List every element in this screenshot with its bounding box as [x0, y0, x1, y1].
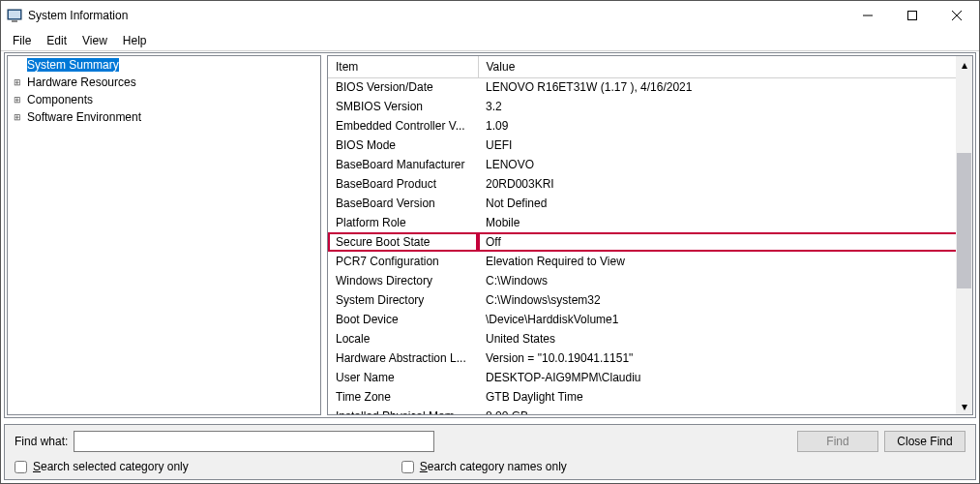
cell-value: \Device\HarddiskVolume1 — [478, 310, 972, 329]
menu-file[interactable]: File — [5, 32, 39, 49]
vertical-scrollbar[interactable]: ▴ ▾ — [956, 56, 972, 414]
cell-value: C:\Windows\system32 — [478, 290, 972, 310]
cell-value: Not Defined — [478, 194, 972, 213]
cell-item: SMBIOS Version — [328, 97, 478, 116]
maximize-button[interactable] — [890, 1, 935, 30]
table-row[interactable]: User NameDESKTOP-AIG9MPM\Claudiu — [328, 368, 972, 387]
cell-value: Version = "10.0.19041.1151" — [478, 348, 972, 368]
cell-value: 20RD003KRI — [478, 174, 972, 194]
cell-item: Platform Role — [328, 213, 478, 232]
table-row[interactable]: BaseBoard ManufacturerLENOVO — [328, 155, 972, 174]
tree-expander-icon[interactable]: ⊞ — [12, 94, 23, 106]
svg-rect-4 — [908, 12, 917, 20]
scroll-up-arrow[interactable]: ▴ — [956, 56, 972, 73]
cell-value: LENOVO R16ET31W (1.17 ), 4/16/2021 — [478, 77, 972, 97]
table-row[interactable]: LocaleUnited States — [328, 329, 972, 348]
cell-value: 1.09 — [478, 116, 972, 136]
cell-item: Embedded Controller V... — [328, 116, 478, 136]
tree-node-label: System Summary — [27, 58, 119, 72]
table-row[interactable]: Embedded Controller V...1.09 — [328, 116, 972, 136]
titlebar: System Information — [1, 1, 979, 30]
table-row[interactable]: Installed Physical Mem...8.00 GB — [328, 407, 972, 415]
cell-item: BIOS Version/Date — [328, 77, 478, 97]
category-tree[interactable]: ⊞System Summary⊞Hardware Resources⊞Compo… — [7, 55, 321, 415]
cell-value: GTB Daylight Time — [478, 387, 972, 407]
cell-value: DESKTOP-AIG9MPM\Claudiu — [478, 368, 972, 387]
cell-value: LENOVO — [478, 155, 972, 174]
tree-node[interactable]: ⊞Components — [8, 91, 320, 108]
table-row[interactable]: Windows DirectoryC:\Windows — [328, 271, 972, 290]
cell-item: Windows Directory — [328, 271, 478, 290]
scroll-down-arrow[interactable]: ▾ — [956, 398, 972, 414]
find-label: Find what: — [15, 435, 68, 448]
find-button[interactable]: Find — [797, 431, 878, 452]
column-header-value[interactable]: Value — [478, 56, 972, 77]
tree-node[interactable]: ⊞System Summary — [8, 56, 320, 74]
close-find-button[interactable]: Close Find — [884, 431, 965, 452]
table-row[interactable]: Platform RoleMobile — [328, 213, 972, 232]
table-row[interactable]: Time ZoneGTB Daylight Time — [328, 387, 972, 407]
tree-node-label: Software Environment — [27, 110, 141, 124]
find-input[interactable] — [74, 431, 434, 452]
table-row[interactable]: Secure Boot StateOff — [328, 232, 972, 252]
tree-node-label: Hardware Resources — [27, 76, 136, 89]
svg-rect-2 — [12, 20, 17, 22]
cell-item: Installed Physical Mem... — [328, 407, 478, 415]
close-button[interactable] — [935, 1, 979, 30]
cell-item: Locale — [328, 329, 478, 348]
menubar: File Edit View Help — [1, 30, 979, 51]
tree-node[interactable]: ⊞Hardware Resources — [8, 74, 320, 91]
checkbox-category-names[interactable] — [401, 461, 414, 473]
cell-value: UEFI — [478, 136, 972, 155]
tree-expander-icon[interactable]: ⊞ — [12, 76, 23, 88]
search-category-names-checkbox[interactable]: Search category names only — [401, 460, 567, 473]
scroll-thumb[interactable] — [957, 153, 971, 288]
menu-help[interactable]: Help — [115, 32, 155, 49]
cell-item: Hardware Abstraction L... — [328, 348, 478, 368]
cell-item: PCR7 Configuration — [328, 252, 478, 271]
cell-item: User Name — [328, 368, 478, 387]
table-row[interactable]: Hardware Abstraction L...Version = "10.0… — [328, 348, 972, 368]
table-row[interactable]: Boot Device\Device\HarddiskVolume1 — [328, 310, 972, 329]
cell-item: BaseBoard Manufacturer — [328, 155, 478, 174]
cell-value: Elevation Required to View — [478, 252, 972, 271]
cell-value: Mobile — [478, 213, 972, 232]
cell-value: 8.00 GB — [478, 407, 972, 415]
cell-item: Secure Boot State — [328, 232, 478, 252]
content-area: ⊞System Summary⊞Hardware Resources⊞Compo… — [0, 50, 980, 420]
minimize-button[interactable] — [846, 1, 890, 30]
table-row[interactable]: BIOS ModeUEFI — [328, 136, 972, 155]
cell-value: United States — [478, 329, 972, 348]
cell-value: C:\Windows — [478, 271, 972, 290]
tree-node-label: Components — [27, 93, 93, 106]
cell-item: Time Zone — [328, 387, 478, 407]
cell-value: 3.2 — [478, 97, 972, 116]
app-icon — [7, 8, 22, 23]
cell-item: BIOS Mode — [328, 136, 478, 155]
table-row[interactable]: SMBIOS Version3.2 — [328, 97, 972, 116]
frame: ⊞System Summary⊞Hardware Resources⊞Compo… — [4, 52, 976, 418]
tree-node[interactable]: ⊞Software Environment — [8, 108, 320, 126]
window-buttons — [846, 1, 979, 30]
table-row[interactable]: PCR7 ConfigurationElevation Required to … — [328, 252, 972, 271]
table-row[interactable]: BaseBoard VersionNot Defined — [328, 194, 972, 213]
svg-rect-1 — [9, 11, 20, 18]
window-title: System Information — [28, 9, 846, 22]
cell-item: BaseBoard Version — [328, 194, 478, 213]
search-selected-only-checkbox[interactable]: Search selected category only — [15, 460, 189, 473]
table-row[interactable]: BaseBoard Product20RD003KRI — [328, 174, 972, 194]
menu-view[interactable]: View — [74, 32, 115, 49]
cell-item: System Directory — [328, 290, 478, 310]
tree-expander-icon[interactable]: ⊞ — [12, 111, 23, 123]
column-header-item[interactable]: Item — [328, 56, 478, 77]
checkbox-selected-only[interactable] — [15, 461, 27, 473]
find-bar: Find what: Find Close Find Search select… — [4, 424, 976, 480]
cell-item: Boot Device — [328, 310, 478, 329]
details-grid: Item Value BIOS Version/DateLENOVO R16ET… — [327, 55, 973, 415]
table-row[interactable]: System DirectoryC:\Windows\system32 — [328, 290, 972, 310]
menu-edit[interactable]: Edit — [39, 32, 74, 49]
table-row[interactable]: BIOS Version/DateLENOVO R16ET31W (1.17 )… — [328, 77, 972, 97]
cell-item: BaseBoard Product — [328, 174, 478, 194]
cell-value: Off — [478, 232, 972, 252]
